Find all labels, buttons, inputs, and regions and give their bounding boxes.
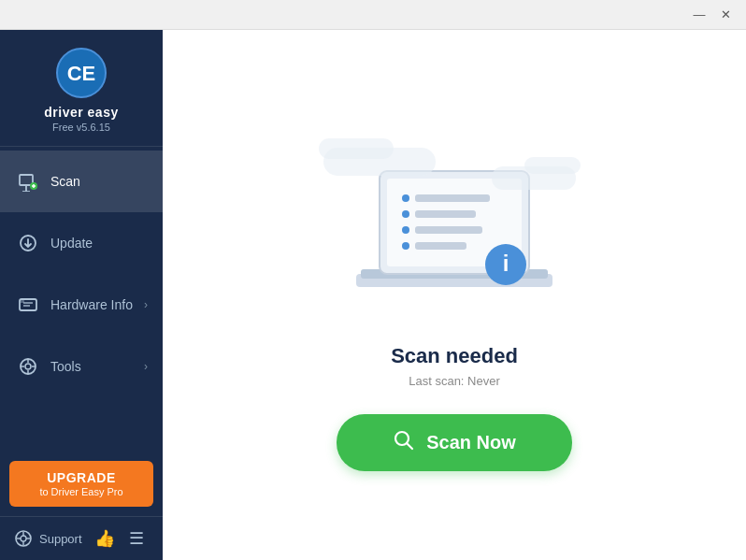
support-icon: [15, 530, 32, 547]
upgrade-line1: UPGRADE: [17, 470, 146, 485]
svg-point-30: [402, 194, 409, 202]
title-bar: — ✕: [0, 0, 746, 30]
svg-rect-33: [415, 210, 476, 218]
thumbs-up-icon[interactable]: 👍: [93, 528, 116, 549]
hardware-info-label: Hardware Info: [50, 297, 144, 312]
svg-point-14: [25, 364, 31, 369]
svg-line-41: [407, 443, 412, 449]
svg-rect-37: [415, 242, 466, 250]
scan-now-label: Scan Now: [426, 432, 516, 453]
scan-status-sub: Last scan: Never: [409, 374, 500, 388]
sidebar-bottom: Support 👍 ☰: [0, 516, 163, 560]
svg-point-32: [402, 210, 409, 218]
tools-arrow: ›: [144, 360, 148, 373]
upgrade-line2: to Driver Easy Pro: [17, 486, 146, 497]
close-button[interactable]: ✕: [712, 5, 739, 25]
support-item[interactable]: Support: [15, 530, 82, 547]
tools-icon: [15, 353, 41, 380]
svg-point-20: [21, 536, 26, 541]
main-layout: CE driver easy Free v5.6.15: [0, 30, 746, 560]
sidebar-item-scan[interactable]: Scan: [0, 151, 163, 212]
scan-icon: [15, 168, 41, 194]
app-logo-icon: CE: [55, 47, 108, 99]
update-icon: [15, 230, 41, 256]
scan-status-title: Scan needed: [391, 344, 518, 368]
scan-now-button[interactable]: Scan Now: [337, 414, 572, 471]
list-icon[interactable]: ☰: [125, 528, 148, 549]
scan-btn-icon: [393, 429, 415, 456]
app-name: driver easy: [44, 105, 118, 120]
svg-rect-2: [20, 175, 33, 185]
svg-point-34: [402, 226, 409, 234]
sidebar-item-update[interactable]: Update: [0, 212, 163, 274]
sidebar-item-tools[interactable]: Tools ›: [0, 336, 163, 397]
support-label: Support: [39, 532, 82, 546]
update-label: Update: [50, 236, 148, 251]
upgrade-button[interactable]: UPGRADE to Driver Easy Pro: [9, 461, 153, 507]
hardware-info-icon: [15, 292, 41, 318]
illustration-area: i: [314, 120, 595, 325]
cloud-deco-4: [524, 157, 581, 174]
svg-rect-31: [415, 194, 490, 202]
app-version: Free v5.6.15: [52, 122, 110, 133]
hardware-info-arrow: ›: [144, 298, 148, 311]
sidebar: CE driver easy Free v5.6.15: [0, 30, 163, 560]
svg-point-36: [402, 242, 409, 250]
svg-text:CE: CE: [67, 62, 96, 85]
sidebar-item-hardware-info[interactable]: Hardware Info ›: [0, 274, 163, 336]
svg-text:i: i: [503, 251, 509, 276]
tools-label: Tools: [50, 359, 144, 374]
content-area: i Scan needed Last scan: Never Scan Now: [163, 30, 746, 560]
minimize-button[interactable]: —: [686, 5, 712, 25]
svg-rect-35: [415, 226, 482, 234]
sidebar-nav: Scan Update: [0, 147, 163, 452]
scan-label: Scan: [50, 174, 148, 189]
cloud-deco-2: [319, 138, 394, 159]
bottom-icons: 👍 ☰: [93, 528, 148, 549]
sidebar-logo: CE driver easy Free v5.6.15: [0, 30, 163, 147]
svg-rect-12: [21, 300, 24, 303]
